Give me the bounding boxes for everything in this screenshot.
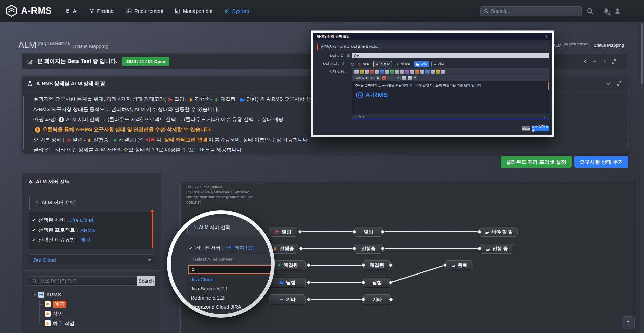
issue-type-icon: ✱ (45, 301, 51, 307)
selected-issuetype-value[interactable]: 에픽 (80, 237, 90, 243)
brand-logo[interactable]: A-RMS (5, 5, 56, 17)
accent-bar (23, 96, 24, 150)
tree-root-row[interactable]: ▾ ARMS (34, 292, 161, 298)
selected-server-value[interactable]: Jira Cloud (70, 217, 93, 223)
page-scrollbar[interactable] (640, 22, 644, 333)
category-option-resolved[interactable]: 해결됨 (394, 61, 412, 67)
category-change-highlight: 상태 카테고리 변경 (164, 137, 207, 143)
scroll-to-top-button[interactable]: ↑ (622, 316, 635, 329)
editor-toolbar-icon[interactable] (385, 70, 389, 74)
prev-button[interactable] (583, 59, 588, 64)
category-option-etc[interactable]: 기타 (431, 61, 446, 67)
bold-icon[interactable]: B (370, 76, 375, 80)
tree-connector (39, 324, 44, 324)
editor-toolbar-icon[interactable] (441, 70, 445, 74)
scrollbar-thumb[interactable] (641, 23, 643, 84)
expand-button[interactable] (611, 59, 616, 64)
status-tag-body[interactable]: body (355, 115, 361, 118)
description-editor[interactable]: 스타일▼ B U ▼ ? QA 는 명확하게 요구사항을 수용하여 서비스에 반… (352, 68, 549, 119)
flame-icon (87, 138, 92, 143)
editor-toolbar-icon[interactable] (408, 76, 412, 80)
server-option[interactable]: Jira Server 5.2.1 (187, 284, 271, 293)
editor-toolbar-icon[interactable] (436, 70, 440, 74)
editor-toolbar-icon[interactable] (415, 70, 419, 74)
search-input[interactable] (491, 8, 572, 14)
alm-server-select[interactable]: Select ALM Server (188, 254, 271, 265)
tree-expander-icon[interactable]: ▾ (34, 293, 36, 296)
divider (598, 7, 598, 16)
editor-toolbar-icon[interactable] (410, 70, 414, 74)
tree-item-epic[interactable]: ✱ 에픽 (37, 301, 161, 308)
status-tag-p[interactable]: p (363, 115, 364, 118)
font-dropdown[interactable]: ▼ (387, 76, 401, 80)
tree-item-subtask[interactable]: ✱ 하위 작업 (37, 320, 161, 327)
category-option-progress[interactable]: 진행중 (373, 61, 392, 67)
editor-toolbar-icon[interactable] (370, 70, 374, 74)
next-button[interactable] (602, 59, 607, 64)
server-option[interactable]: Jira Cloud (187, 275, 271, 284)
modal-close-button[interactable]: Close (522, 126, 530, 131)
editor-scrollbar[interactable] (548, 82, 549, 90)
tree-item-task[interactable]: ✱ 작업 (37, 311, 161, 317)
editor-toolbar-icon[interactable] (395, 70, 399, 74)
chevron-up-icon (592, 59, 597, 64)
editor-toolbar-icon[interactable] (420, 70, 424, 74)
status-name-label: 상태 이름 : (317, 54, 346, 58)
status-name-input[interactable]: QA (352, 53, 549, 58)
panel-expand-button[interactable] (617, 81, 622, 86)
nav-item-requirement[interactable]: Requirement (126, 8, 163, 14)
nav-item-ai[interactable]: Ai (65, 8, 77, 14)
font-color-icon[interactable] (382, 76, 386, 80)
nav-item-management[interactable]: Management (175, 8, 213, 14)
style-dropdown[interactable]: 스타일▼ (354, 76, 369, 80)
breadcrumb: ALM jira,gitlab,redmine › Status Mapping (553, 43, 624, 48)
arms-logo-icon (5, 5, 18, 17)
help-icon[interactable]: ? (413, 76, 417, 80)
server-option[interactable]: Redmine 5.1.2 (187, 293, 271, 302)
server-filter-input[interactable] (188, 265, 271, 274)
tree-search-button[interactable]: Search (137, 276, 155, 286)
nav-item-product[interactable]: Product (89, 8, 115, 14)
editor-toolbar-icon[interactable] (354, 70, 359, 74)
editor-toolbar-icon[interactable] (402, 76, 406, 80)
add-status-button[interactable]: 요구사항 상태 추가 (574, 156, 628, 168)
radio-icon[interactable] (351, 63, 354, 66)
user-menu-button[interactable] (614, 8, 621, 14)
modal-submit-button[interactable]: 신규 상태 등록 (532, 126, 549, 131)
editor-toolbar-icon[interactable] (400, 70, 404, 74)
editor-toolbar-icon[interactable] (380, 70, 384, 74)
jira-preset-button[interactable]: 클라우드 지라 프리셋 설정 (501, 156, 572, 168)
underline-icon[interactable]: U (376, 76, 381, 80)
magnified-step-title: 1. ALM 서버 선택 (194, 224, 230, 231)
category-option-open[interactable]: 열림 (356, 61, 371, 67)
search-icon (484, 9, 488, 13)
expand-icon (611, 59, 616, 64)
modal-close-icon[interactable]: × (545, 33, 548, 39)
editor-toolbar-icon[interactable] (405, 70, 409, 74)
tree-search-input[interactable]: 찾을 데이터 입력 (40, 278, 78, 284)
selected-project-value[interactable]: ARMS (80, 227, 95, 233)
notification-badge: 3 (607, 11, 612, 16)
editor-toolbar-icon[interactable] (360, 70, 364, 74)
notifications-button[interactable]: 3 (603, 8, 610, 14)
search-button[interactable] (586, 8, 593, 15)
check-icon: ✔ (32, 228, 36, 233)
chevron-left-icon (583, 59, 588, 64)
category-option-closed[interactable]: 닫힘 (414, 61, 429, 67)
panel-collapse-button[interactable] (606, 81, 611, 86)
collapse-button[interactable] (592, 59, 597, 64)
editor-toolbar-icon[interactable] (426, 70, 430, 74)
editor-toolbar-icon[interactable] (375, 70, 379, 74)
status-register-modal: ARMS 상태 등록 팝업 × A-RMS 요구사항의 상태를 등록합니다. 상… (311, 30, 554, 137)
chevron-right-icon (602, 59, 607, 64)
editor-toolbar-icon[interactable] (431, 70, 435, 74)
editor-toolbar-icon[interactable] (390, 70, 394, 74)
nav-item-system[interactable]: System (224, 8, 249, 14)
editor-content[interactable]: QA 는 명확하게 요구사항을 수용하여 서비스에 반영되었는지 확인하는 최종… (352, 81, 549, 114)
selected-project-row: ✔ 선택된 프로젝트 : ARMS (32, 225, 147, 235)
info-circle-icon: i (35, 127, 40, 133)
server-dropdown[interactable]: Jira Cloud ▼ (29, 254, 155, 265)
editor-toolbar-icon[interactable] (365, 70, 369, 74)
resize-grip[interactable] (544, 115, 547, 118)
asterisk-icon: ✻ (29, 179, 33, 185)
